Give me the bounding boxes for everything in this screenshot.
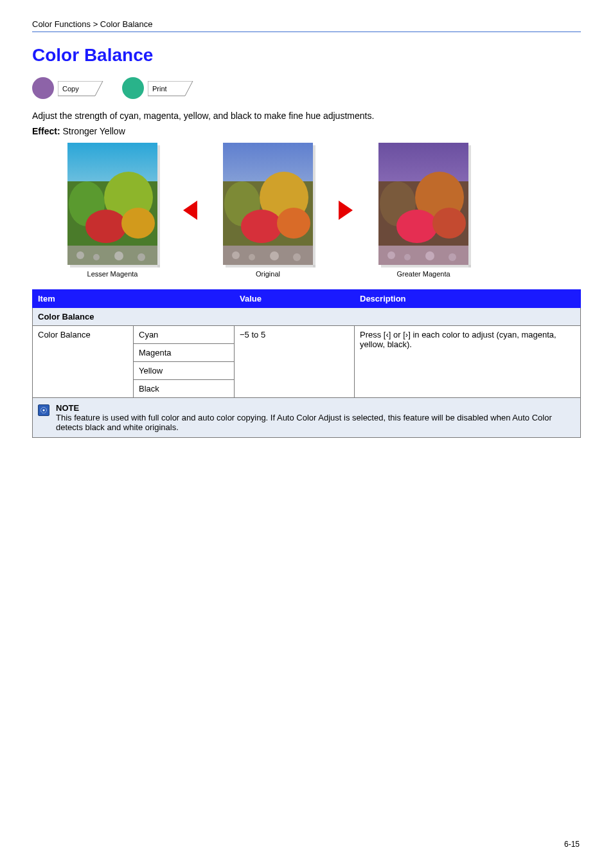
desc-cell: Press [‹] or [›] in each color to adjust… — [355, 326, 581, 398]
effect-text: Stronger Yellow — [62, 126, 125, 136]
svg-point-28 — [396, 210, 438, 243]
svg-point-34 — [449, 253, 456, 261]
svg-point-29 — [432, 208, 466, 239]
svg-point-11 — [114, 251, 123, 260]
svg-point-18 — [277, 208, 310, 239]
item-sub: Black — [134, 380, 235, 398]
divider — [32, 32, 581, 32]
header-value: Value — [235, 290, 355, 308]
page-number: 6-15 — [564, 840, 580, 849]
svg-point-23 — [293, 253, 301, 261]
svg-point-20 — [232, 251, 240, 259]
tag-label: Print — [152, 85, 167, 93]
badge-row: Copy Print — [32, 77, 581, 99]
image-row: Lesser Magenta — [32, 143, 581, 278]
svg-point-36 — [43, 410, 45, 411]
breadcrumb: Color Functions > Color Balance — [32, 19, 581, 29]
dot-icon — [122, 77, 144, 99]
item-cell: Color Balance — [33, 326, 134, 398]
badge-print: Print — [122, 77, 193, 99]
image-right — [378, 143, 468, 265]
svg-point-10 — [93, 254, 100, 260]
effect-line: Effect: Stronger Yellow — [32, 126, 581, 136]
note-box: NOTE This feature is used with full colo… — [32, 398, 581, 438]
description: Adjust the strength of cyan, magenta, ye… — [32, 111, 581, 121]
note-content: NOTE This feature is used with full colo… — [56, 403, 575, 432]
svg-point-21 — [249, 254, 255, 260]
table-subhead: Color Balance — [33, 308, 581, 326]
item-sub: Cyan — [134, 326, 235, 344]
svg-point-7 — [121, 208, 155, 239]
item-sub: Magenta — [134, 344, 235, 362]
caption-right: Greater Magenta — [378, 270, 468, 278]
note-text: This feature is used with full color and… — [56, 413, 552, 432]
svg-point-31 — [387, 251, 395, 259]
image-left — [67, 143, 157, 265]
tag-print: Print — [148, 81, 193, 95]
spec-table: Item Value Description Color Balance Col… — [32, 289, 581, 398]
caption-left: Lesser Magenta — [67, 270, 157, 278]
badge-copy: Copy — [32, 77, 103, 99]
note-icon — [38, 404, 49, 416]
caption-center: Original — [223, 270, 313, 278]
arrow-right-icon — [339, 201, 353, 220]
tag-label: Copy — [62, 85, 79, 93]
svg-point-6 — [85, 210, 127, 243]
effect-label: Effect: — [32, 126, 62, 136]
page-title: Color Balance — [32, 45, 581, 66]
image-center — [223, 143, 313, 265]
note-label: NOTE — [56, 403, 79, 413]
svg-point-33 — [425, 251, 434, 260]
svg-point-32 — [404, 254, 411, 260]
header-item: Item — [33, 290, 235, 308]
header-desc: Description — [355, 290, 581, 308]
svg-point-12 — [138, 253, 145, 261]
tag-copy: Copy — [58, 81, 103, 95]
svg-point-9 — [76, 251, 84, 259]
svg-point-17 — [241, 210, 282, 243]
arrow-left-icon — [183, 201, 197, 220]
svg-point-22 — [270, 251, 279, 260]
dot-icon — [32, 77, 54, 99]
value-cell: −5 to 5 — [235, 326, 355, 398]
item-sub: Yellow — [134, 362, 235, 380]
